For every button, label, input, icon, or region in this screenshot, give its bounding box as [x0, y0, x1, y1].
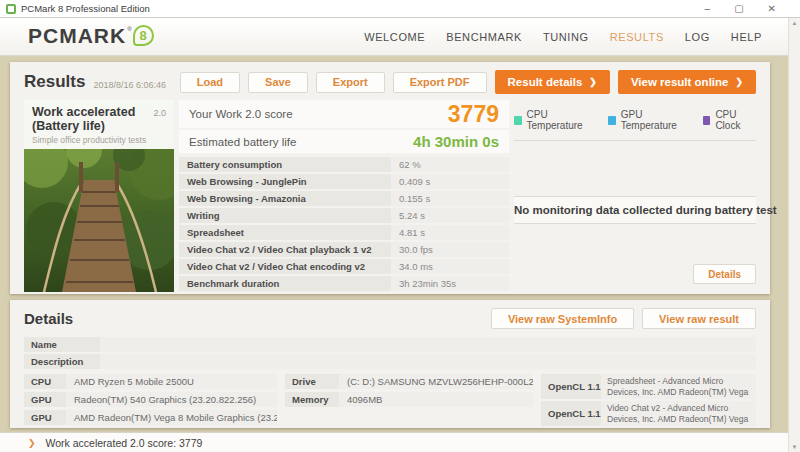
- score-label: Your Work 2.0 score: [189, 108, 293, 120]
- description-row: Description: [24, 354, 756, 369]
- battery-life-row: Estimated battery life 4h 30min 0s: [179, 130, 509, 153]
- name-value: [100, 337, 756, 352]
- scroll-down-icon[interactable]: ▼: [792, 444, 798, 450]
- monitoring-panel: CPU Temperature GPU Temperature CPU Cloc…: [514, 100, 756, 292]
- gpu-row: GPU Radeon(TM) 540 Graphics (23.20.822.2…: [24, 392, 277, 407]
- result-details-button[interactable]: Result details ❯: [495, 70, 610, 94]
- nav-help[interactable]: HELP: [731, 31, 762, 43]
- result-timestamp: 2018/8/16 6:06:46: [93, 80, 166, 90]
- cpu-row: CPU AMD Ryzen 5 Mobile 2500U: [24, 374, 277, 389]
- test-version: 2.0: [153, 108, 166, 118]
- battery-life-label: Estimated battery life: [189, 136, 296, 148]
- details-panel: Details View raw SystemInfo View raw res…: [10, 300, 770, 428]
- results-title: Results: [24, 72, 85, 92]
- view-raw-result-button[interactable]: View raw result: [642, 308, 756, 329]
- memory-row: Memory 4096MB: [285, 392, 533, 407]
- opencl-row: OpenCL 1.1 Video Chat v2 - Advanced Micr…: [541, 401, 756, 426]
- score-column: Your Work 2.0 score 3779 Estimated batte…: [179, 100, 509, 293]
- legend-divider: [514, 140, 756, 141]
- opencl-column: OpenCL 1.1 Spreadsheet - Advanced Micro …: [541, 374, 756, 428]
- footer-score-summary: Work accelerated 2.0 score: 3779: [46, 437, 203, 449]
- nav-results[interactable]: RESULTS: [610, 31, 664, 43]
- title-bar: PCMark 8 Professional Edition – ▢ ✕: [0, 0, 800, 18]
- pcmark-logo-text: PCMARK: [28, 24, 126, 48]
- test-name: Work accelerated (Battery life): [32, 105, 166, 134]
- drive-row: Drive (C: D:) SAMSUNG MZVLW256HEHP-000L2: [285, 374, 533, 389]
- metric-row: Video Chat v2 / Video Chat encoding v2 3…: [179, 259, 509, 274]
- legend-cpu-clock: CPU Clock: [703, 109, 756, 131]
- test-card-work-accelerated[interactable]: Work accelerated (Battery life) 2.0 Simp…: [24, 100, 174, 292]
- bottom-result-bar: ❯ Work accelerated 2.0 score: 3779: [0, 432, 788, 452]
- details-title: Details: [24, 310, 73, 327]
- pcmark-8-logo-badge: 8: [133, 25, 154, 46]
- monitoring-details-button[interactable]: Details: [693, 264, 756, 284]
- metric-row: Writing 5.24 s: [179, 208, 509, 223]
- metric-row: Battery consumption 62 %: [179, 157, 509, 172]
- chevron-right-icon: ❯: [735, 77, 743, 87]
- legend-gpu-temperature: GPU Temperature: [608, 109, 688, 131]
- window-title: PCMark 8 Professional Edition: [21, 3, 705, 14]
- no-monitoring-data-message: No monitoring data collected during batt…: [514, 196, 756, 224]
- registered-mark: ®: [127, 26, 131, 32]
- hardware-column-cpu-gpu: CPU AMD Ryzen 5 Mobile 2500U GPU Radeon(…: [24, 374, 277, 428]
- metric-row: Video Chat v2 / Video Chat playback 1 v2…: [179, 242, 509, 257]
- opencl-row: OpenCL 1.1 Spreadsheet - Advanced Micro …: [541, 374, 756, 399]
- pcmark-logo: PCMARK ® 8: [28, 24, 154, 48]
- metric-row: Web Browsing - Amazonia 0.155 s: [179, 191, 509, 206]
- description-value: [100, 354, 756, 369]
- save-button[interactable]: Save: [248, 72, 308, 93]
- export-pdf-button[interactable]: Export PDF: [393, 72, 487, 93]
- gpu-temperature-swatch: [608, 116, 616, 125]
- nav-log[interactable]: LOG: [685, 31, 710, 43]
- battery-life-value: 4h 30min 0s: [413, 133, 499, 150]
- cpu-temperature-swatch: [514, 116, 522, 125]
- score-value: 3779: [448, 101, 499, 128]
- view-raw-systeminfo-button[interactable]: View raw SystemInfo: [491, 308, 634, 329]
- view-result-online-button[interactable]: View result online ❯: [618, 70, 756, 94]
- score-row: Your Work 2.0 score 3779: [179, 100, 509, 128]
- results-panel: Results 2018/8/16 6:06:46 Load Save Expo…: [10, 62, 770, 294]
- details-table: Name Description CPU AMD Ryzen 5 Mobile …: [10, 335, 770, 428]
- minimize-icon[interactable]: –: [705, 1, 711, 17]
- hardware-column-drive-memory: Drive (C: D:) SAMSUNG MZVLW256HEHP-000L2…: [285, 374, 533, 428]
- test-subtitle: Simple office productivity tests: [32, 135, 166, 145]
- maximize-icon[interactable]: ▢: [734, 1, 743, 17]
- cpu-clock-swatch: [703, 116, 710, 125]
- nav-welcome[interactable]: WELCOME: [364, 31, 425, 43]
- gpu-row: GPU AMD Radeon(TM) Vega 8 Mobile Graphic…: [24, 410, 277, 425]
- app-icon: [6, 4, 16, 14]
- metric-row: Web Browsing - JunglePin 0.409 s: [179, 174, 509, 189]
- close-icon[interactable]: ✕: [768, 1, 776, 17]
- vertical-scrollbar[interactable]: ▲ ▼: [788, 18, 800, 452]
- expand-result-icon[interactable]: ❯: [28, 438, 36, 448]
- app-header: PCMARK ® 8 WELCOME BENCHMARK TUNING RESU…: [0, 18, 788, 56]
- export-button[interactable]: Export: [316, 72, 385, 93]
- chevron-right-icon: ❯: [589, 77, 597, 87]
- metric-row: Benchmark duration 3h 23min 35s: [179, 276, 509, 291]
- legend-cpu-temperature: CPU Temperature: [514, 109, 593, 131]
- main-nav: WELCOME BENCHMARK TUNING RESULTS LOG HEL…: [364, 18, 762, 56]
- monitoring-legend: CPU Temperature GPU Temperature CPU Cloc…: [514, 100, 756, 131]
- metric-row: Spreadsheet 4.81 s: [179, 225, 509, 240]
- test-card-header: Work accelerated (Battery life) 2.0 Simp…: [24, 100, 174, 149]
- nav-tuning[interactable]: TUNING: [543, 31, 589, 43]
- name-row: Name: [24, 337, 756, 352]
- load-button[interactable]: Load: [180, 72, 240, 93]
- scroll-up-icon[interactable]: ▲: [792, 20, 798, 26]
- nav-benchmark[interactable]: BENCHMARK: [446, 31, 522, 43]
